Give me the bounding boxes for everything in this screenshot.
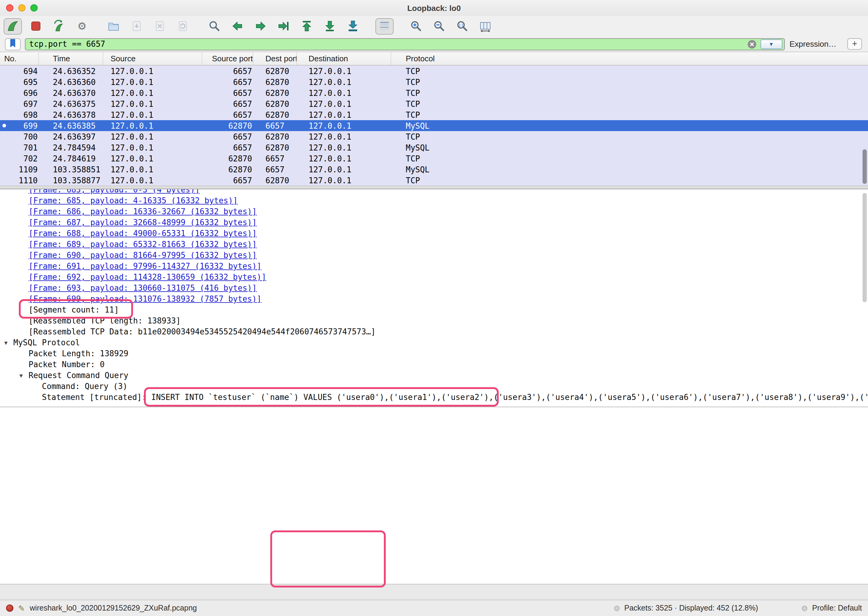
- detail-line[interactable]: ▼MySQL Protocol: [0, 338, 868, 348]
- packet-row[interactable]: 1110103.358877127.0.0.1665762870127.0.0.…: [0, 175, 868, 186]
- detail-line[interactable]: [Frame: 685, payload: 4-16335 (16332 byt…: [0, 195, 868, 206]
- packet-row[interactable]: 69624.636370127.0.0.1665762870127.0.0.1T…: [0, 87, 868, 98]
- expression-button[interactable]: Expression…: [789, 39, 836, 49]
- detail-line[interactable]: Packet Length: 138929: [0, 348, 868, 359]
- detail-line[interactable]: [Frame: 693, payload: 130660-131075 (416…: [0, 283, 868, 294]
- detail-line[interactable]: [Frame: 690, payload: 81664-97995 (16332…: [0, 250, 868, 261]
- auto-scroll-button[interactable]: [344, 18, 362, 34]
- detail-text: [Frame: 690, payload: 81664-97995 (16332…: [0, 251, 257, 260]
- column-header-time[interactable]: Time: [39, 52, 103, 65]
- restart-capture-button[interactable]: [50, 18, 68, 34]
- packet-row[interactable]: 69824.636378127.0.0.1665762870127.0.0.1T…: [0, 109, 868, 120]
- cell-source: 127.0.0.1: [103, 143, 202, 152]
- packet-row[interactable]: 70024.636397127.0.0.1665762870127.0.0.1T…: [0, 131, 868, 142]
- profile-label[interactable]: Profile: Default: [812, 604, 862, 612]
- packet-row[interactable]: 70224.784619127.0.0.1628706657127.0.0.1T…: [0, 153, 868, 164]
- packet-row[interactable]: 70124.784594127.0.0.1665762870127.0.0.1M…: [0, 142, 868, 153]
- next-packet-button[interactable]: [252, 18, 270, 34]
- add-filter-button[interactable]: +: [848, 38, 862, 50]
- save-file-button[interactable]: [128, 18, 146, 34]
- cell-dport: 62870: [253, 143, 297, 152]
- detail-line[interactable]: [Frame: 687, payload: 32668-48999 (16332…: [0, 217, 868, 228]
- column-header-source[interactable]: Source: [103, 52, 202, 65]
- detail-line[interactable]: [Frame: 699, payload: 131076-138932 (785…: [0, 294, 868, 305]
- detail-line[interactable]: [Frame: 689, payload: 65332-81663 (16332…: [0, 239, 868, 250]
- goto-packet-button[interactable]: [274, 18, 293, 34]
- capture-options-button[interactable]: ⚙: [73, 18, 91, 34]
- cell-no: 698: [0, 110, 39, 119]
- cell-dport: 6657: [253, 121, 297, 130]
- packet-row[interactable]: 69924.636385127.0.0.1628706657127.0.0.1M…: [0, 120, 868, 131]
- detail-line[interactable]: Command: Query (3): [0, 381, 868, 392]
- last-packet-button[interactable]: [321, 18, 339, 34]
- detail-line[interactable]: Packet Number: 0: [0, 359, 868, 370]
- filter-dropdown-button[interactable]: ▾: [760, 39, 782, 49]
- packet-row[interactable]: 69524.636360127.0.0.1665762870127.0.0.1T…: [0, 77, 868, 87]
- detail-text: [Reassembled TCP length: 138933]: [0, 316, 181, 325]
- display-filter-input[interactable]: tcp.port == 6657 ▾: [25, 38, 785, 50]
- column-header-no[interactable]: No.: [0, 52, 39, 65]
- reload-file-button[interactable]: [174, 18, 192, 34]
- expander-icon[interactable]: ▼: [19, 370, 23, 381]
- previous-packet-button[interactable]: [228, 18, 247, 34]
- detail-text: [Frame: 683, payload: 0-3 (4 bytes)]: [0, 189, 200, 194]
- packet-list-scrollbar[interactable]: [863, 149, 867, 184]
- close-file-button[interactable]: [151, 18, 169, 34]
- detail-line[interactable]: [Frame: 686, payload: 16336-32667 (16332…: [0, 206, 868, 217]
- column-header-dest-port[interactable]: Dest port: [253, 52, 297, 65]
- reload-file-icon: [176, 19, 189, 33]
- detail-line[interactable]: [Frame: 688, payload: 49000-65331 (16332…: [0, 228, 868, 239]
- find-packet-button[interactable]: [205, 18, 224, 34]
- close-file-icon: [153, 19, 167, 33]
- detail-line[interactable]: ▼Request Command Query: [0, 370, 868, 381]
- packet-row[interactable]: 69724.636375127.0.0.1665762870127.0.0.1T…: [0, 98, 868, 109]
- cell-no: 695: [0, 77, 39, 86]
- detail-line[interactable]: [Reassembled TCP length: 138933]: [0, 316, 868, 327]
- resize-columns-button[interactable]: [476, 18, 495, 34]
- capture-filename: wireshark_lo0_20200129152629_ZXuRaf.pcap…: [30, 604, 197, 612]
- cell-dport: 62870: [253, 77, 297, 86]
- cell-time: 24.636360: [39, 77, 103, 86]
- detail-text: Statement [truncated]: INSERT INTO `test…: [0, 393, 868, 402]
- column-header-destination[interactable]: Destination: [297, 52, 391, 65]
- expert-info-icon[interactable]: [6, 605, 13, 612]
- colorize-button[interactable]: [375, 18, 394, 34]
- detail-line[interactable]: [Segment count: 11]: [0, 305, 868, 316]
- cell-protocol: TCP: [391, 154, 868, 163]
- close-window-button[interactable]: [6, 4, 13, 11]
- detail-line[interactable]: [Reassembled TCP Data: b11e020003494e534…: [0, 327, 868, 338]
- start-capture-button[interactable]: [4, 18, 22, 34]
- cell-source: 127.0.0.1: [103, 110, 202, 119]
- cell-sport: 6657: [202, 88, 253, 97]
- stop-capture-button[interactable]: [27, 18, 45, 34]
- column-header-protocol[interactable]: Protocol: [391, 52, 868, 65]
- column-header-source-port[interactable]: Source port: [202, 52, 253, 65]
- first-packet-button[interactable]: [298, 18, 316, 34]
- cell-protocol: MySQL: [391, 143, 868, 152]
- zoom-window-button[interactable]: [30, 4, 38, 11]
- cell-sport: 6657: [202, 176, 253, 185]
- zoom-out-button[interactable]: [430, 18, 448, 34]
- detail-line[interactable]: Statement [truncated]: INSERT INTO `test…: [0, 392, 868, 403]
- bytes-tab-bar: [0, 584, 868, 600]
- detail-line[interactable]: [Frame: 691, payload: 97996-114327 (1633…: [0, 261, 868, 272]
- filter-bookmark-button[interactable]: [5, 38, 20, 50]
- detail-line[interactable]: [Frame: 683, payload: 0-3 (4 bytes)]: [0, 189, 868, 195]
- detail-line[interactable]: [Frame: 692, payload: 114328-130659 (163…: [0, 272, 868, 283]
- packet-row[interactable]: 69424.636352127.0.0.1665762870127.0.0.1T…: [0, 66, 868, 77]
- pane-splitter[interactable]: [0, 186, 868, 189]
- cell-dest: 127.0.0.1: [297, 66, 391, 75]
- minimize-window-button[interactable]: [18, 4, 25, 11]
- goto-packet-icon: [277, 19, 290, 33]
- clear-filter-icon[interactable]: [747, 39, 756, 49]
- resize-columns-icon: [479, 19, 492, 33]
- zoom-in-button[interactable]: [407, 18, 425, 34]
- cell-no: 1109: [0, 165, 39, 174]
- open-file-button[interactable]: [104, 18, 123, 34]
- zoom-original-button[interactable]: 1:1: [453, 18, 471, 34]
- packet-row[interactable]: 1109103.358851127.0.0.1628706657127.0.0.…: [0, 164, 868, 175]
- cell-protocol: TCP: [391, 176, 868, 185]
- capture-comment-icon[interactable]: ✎: [18, 603, 25, 613]
- cell-sport: 6657: [202, 99, 253, 108]
- expander-icon[interactable]: ▼: [4, 338, 8, 348]
